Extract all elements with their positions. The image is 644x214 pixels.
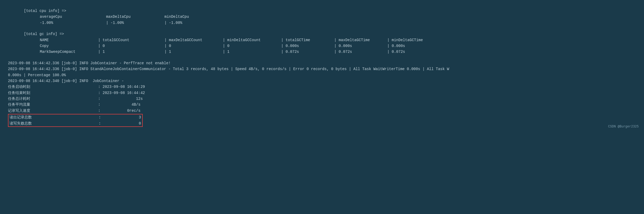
min-delta-cpu-value: | -1.00% <box>164 20 223 26</box>
write-failures-value: : 0 <box>99 121 141 126</box>
gc-col-max-time: | maxDeltaGCTime <box>334 37 387 43</box>
job-duration-row: 任务总计耗时 : 12s <box>8 96 636 102</box>
avg-cpu-label: averageCpu <box>40 14 106 20</box>
write-failures-label: 读写失败总数 <box>10 121 99 126</box>
job-end-time-row: 任务结束时刻 : 2023-09-08 16:44:42 <box>8 90 636 96</box>
gc-row-copy: Copy | 0 | 0 | 0 | 0.000s | 0.000s | 0.0… <box>8 43 636 49</box>
gc-copy-total-time: | 0.000s <box>281 43 334 49</box>
cpu-columns-header: averageCpu maxDeltaCpu minDeltaCpu <box>8 14 636 20</box>
gc-marksweep-total: | 1 <box>98 49 164 55</box>
duration-label: 任务总计耗时 <box>8 96 98 102</box>
gc-col-name: NAME <box>40 37 98 43</box>
gc-col-min-delta: | minDeltaGCCount <box>223 37 281 43</box>
terminal: [total cpu info] => averageCpu maxDeltaC… <box>0 0 644 132</box>
job-start-time-row: 任务启动时刻 : 2023-09-08 16:44:29 <box>8 84 636 90</box>
duration-value: : 12s <box>98 96 143 102</box>
watermark: CSDN @Burger2325 <box>608 124 639 129</box>
gc-copy-max-delta: | 0 <box>164 43 223 49</box>
cpu-values-row: -1.00% | -1.00% | -1.00% <box>8 20 636 26</box>
gc-marksweep-max-delta: | 1 <box>164 49 223 55</box>
gc-columns-header: NAME | totalGCCount | maxDeltaGCCount | … <box>8 37 636 43</box>
read-records-label: 读出记录总数 <box>10 114 99 120</box>
throughput-label: 任务平均流量 <box>8 102 98 108</box>
gc-col-total: | totalGCCount <box>98 37 164 43</box>
job-throughput-row: 任务平均流量 : 4B/s <box>8 102 636 108</box>
job-read-records-row: 读出记录总数 : 3 <box>10 114 141 120</box>
gc-row-marksweep: MarkSweepCompact | 1 | 1 | 1 | 0.072s | … <box>8 49 636 55</box>
read-records-highlighted: 读出记录总数 : 3 读写失败总数 : 0 <box>8 114 143 127</box>
max-delta-cpu-label: maxDeltaCpu <box>106 14 164 20</box>
job-write-speed-row: 记录写入速度 : 0rec/s <box>8 108 636 114</box>
job-write-failures-row: 读写失败总数 : 0 <box>10 121 141 126</box>
gc-info-header: [total gc info] => <box>8 31 636 37</box>
gc-copy-name: Copy <box>40 43 98 49</box>
max-delta-cpu-value: | -1.00% <box>106 20 164 26</box>
write-speed-label: 记录写入速度 <box>8 108 98 114</box>
end-time-value: : 2023-09-08 16:44:42 <box>98 90 145 96</box>
gc-marksweep-name: MarkSweepCompact <box>40 49 98 55</box>
log-line-2: 2023-09-08 16:44:42.336 [job-0] INFO Sta… <box>8 66 636 72</box>
read-records-value: : 3 <box>99 114 141 120</box>
gc-copy-min-delta: | 0 <box>223 43 281 49</box>
gc-marksweep-max-time: | 0.072s <box>334 49 387 55</box>
min-delta-cpu-label: minDeltaCpu <box>164 14 223 20</box>
gc-copy-total: | 0 <box>98 43 164 49</box>
gc-copy-max-time: | 0.000s <box>334 43 387 49</box>
gc-col-min-time: | minDeltaGCTime <box>387 37 440 43</box>
start-time-value: : 2023-09-08 16:44:29 <box>98 84 145 90</box>
avg-cpu-value: -1.00% <box>40 20 106 26</box>
throughput-value: : 4B/s <box>98 102 141 108</box>
end-time-label: 任务结束时刻 <box>8 90 98 96</box>
log-line-2b: 0.000s | Percentage 100.0% <box>8 72 636 78</box>
gc-marksweep-total-time: | 0.072s <box>281 49 334 55</box>
gc-col-total-time: | totalGCTime <box>281 37 334 43</box>
gc-copy-min-time: | 0.000s <box>387 43 440 49</box>
write-speed-value: : 0rec/s <box>98 108 141 114</box>
cpu-info-header: [total cpu info] => <box>8 8 636 14</box>
log-line-3: 2023-09-08 16:44:42.340 [job-0] INFO Job… <box>8 78 636 84</box>
gc-marksweep-min-delta: | 1 <box>223 49 281 55</box>
start-time-label: 任务启动时刻 <box>8 84 98 90</box>
gc-col-max-delta: | maxDeltaGCCount <box>164 37 223 43</box>
gc-marksweep-min-time: | 0.072s <box>387 49 440 55</box>
log-line-1: 2023-09-08 16:44:42.336 [job-0] INFO Job… <box>8 60 636 66</box>
